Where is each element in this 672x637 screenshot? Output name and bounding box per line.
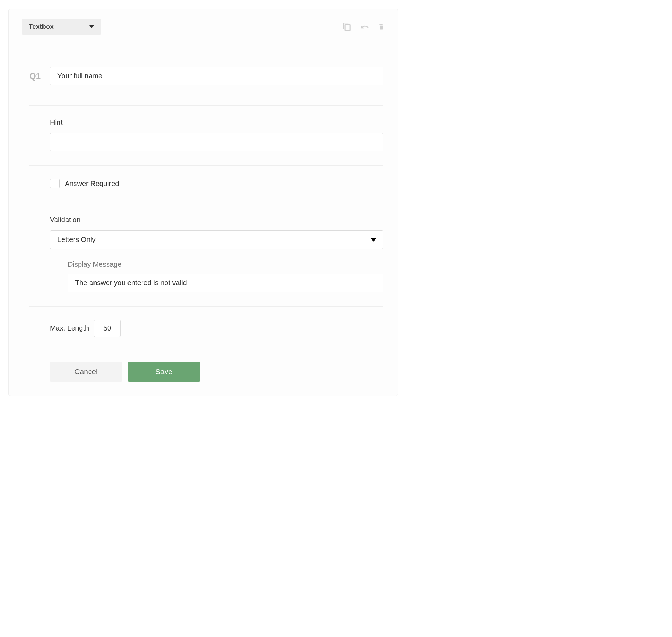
hint-label: Hint [50,118,383,126]
cancel-button[interactable]: Cancel [50,362,122,382]
copy-icon[interactable] [342,22,352,32]
chevron-down-icon [89,25,94,28]
display-message-input[interactable] [68,274,383,292]
question-number-label: Q1 [29,71,42,81]
display-message-label: Display Message [68,260,383,269]
question-editor-panel: Textbox Q1 Hint Answer Required [8,9,398,396]
required-checkbox[interactable] [50,179,60,188]
trash-icon[interactable] [378,22,385,32]
undo-icon[interactable] [360,22,369,32]
action-buttons: Cancel Save [29,362,383,382]
save-button[interactable]: Save [128,362,200,382]
editor-content: Q1 Hint Answer Required Validation Lette… [22,67,385,382]
question-row: Q1 [29,67,383,85]
question-type-selector[interactable]: Textbox [22,19,101,35]
max-length-section: Max. Length [29,306,383,351]
display-message-field: Display Message [50,260,383,292]
question-text-input[interactable] [50,67,383,85]
required-checkbox-row: Answer Required [50,179,383,188]
top-action-icons [342,22,385,32]
validation-select-wrap: Letters Only [50,230,383,249]
top-bar: Textbox [22,19,385,35]
max-length-label: Max. Length [50,324,89,332]
validation-section: Validation Letters Only Display Message [29,203,383,306]
validation-label: Validation [50,216,383,224]
max-length-row: Max. Length [50,320,383,337]
hint-input[interactable] [50,133,383,151]
question-type-label: Textbox [29,23,54,30]
validation-select[interactable]: Letters Only [50,230,383,249]
required-label: Answer Required [65,180,119,188]
max-length-input[interactable] [94,320,121,337]
hint-section: Hint [29,105,383,165]
required-section: Answer Required [29,165,383,203]
